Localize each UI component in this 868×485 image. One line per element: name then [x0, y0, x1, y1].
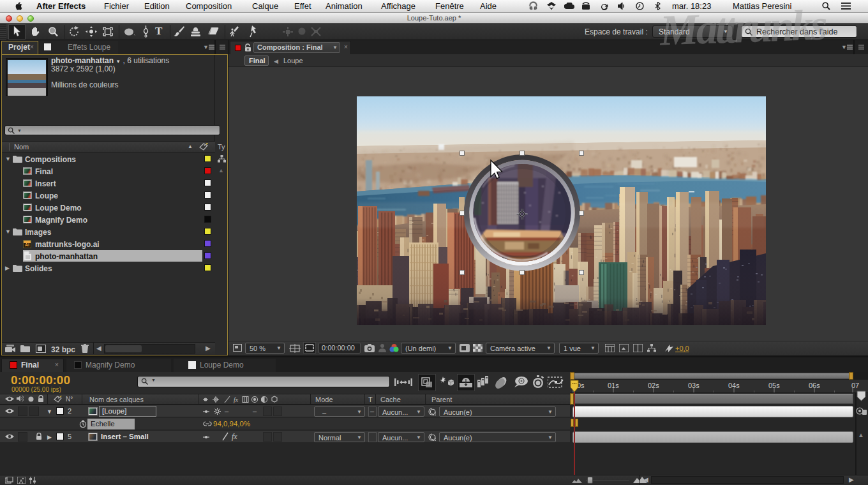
svg-text:fx: fx	[234, 396, 239, 403]
